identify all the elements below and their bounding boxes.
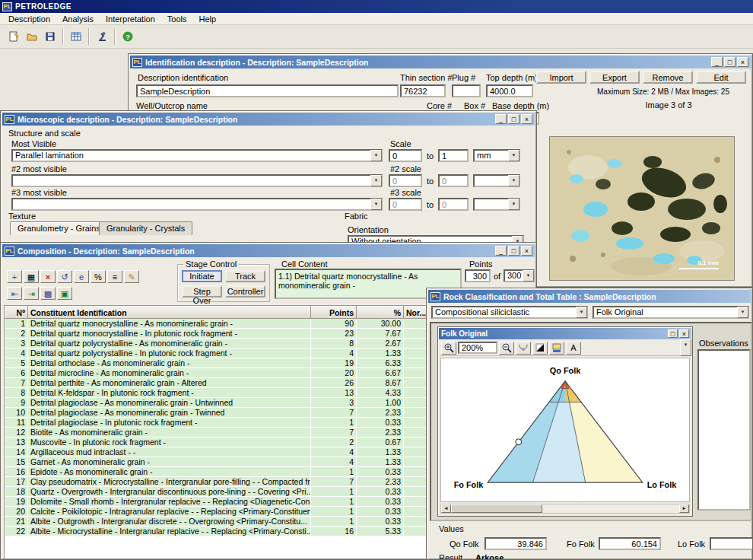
scrollbar-thumb[interactable]	[451, 504, 542, 513]
undo-icon[interactable]: ↺	[57, 270, 72, 283]
label-tool-button[interactable]: A	[566, 342, 581, 355]
folk-original-titlebar[interactable]: Folk Original □ ×	[439, 328, 691, 339]
fill-color-button[interactable]	[549, 342, 564, 355]
scale-to-field[interactable]	[438, 149, 469, 162]
close-button[interactable]: ×	[521, 246, 532, 256]
menu-item-tools[interactable]: Tools	[162, 14, 192, 24]
third-scale-to-field[interactable]	[438, 198, 469, 211]
chevron-down-icon[interactable]: ▼	[508, 175, 519, 186]
zoom-out-button[interactable]	[499, 342, 514, 355]
pencil-icon[interactable]: ✎	[124, 270, 139, 283]
header-number[interactable]: Nº	[5, 307, 28, 319]
zoom-in-button[interactable]	[441, 342, 456, 355]
arrow-left-icon[interactable]: ⇤	[7, 287, 22, 300]
plug-field[interactable]	[452, 84, 481, 97]
scroll-right-icon[interactable]: ►	[679, 504, 689, 513]
identification-titlebar[interactable]: PL Identification description - Descript…	[130, 56, 751, 68]
chevron-down-icon[interactable]: ▼	[680, 339, 691, 356]
points-total-combobox[interactable]: 300 ▼	[504, 269, 535, 282]
third-scale-from-field[interactable]	[389, 198, 422, 211]
rock-classification-titlebar[interactable]: PL Rock Classification and Total Table :…	[428, 290, 751, 303]
export-button[interactable]: Export	[589, 71, 640, 84]
fo-folk-field[interactable]	[599, 537, 661, 550]
second-scale-from-field[interactable]	[389, 174, 422, 187]
third-most-visible-combobox[interactable]: ▼	[11, 198, 383, 211]
tab-granulometry-grains[interactable]: Granulometry - Grains	[10, 221, 108, 235]
import-button[interactable]: Import	[536, 71, 586, 84]
second-scale-to-field[interactable]	[438, 174, 469, 187]
classification-family-combobox[interactable]: Compositional siliciclastic ▼	[431, 306, 588, 319]
classification-scheme-combobox[interactable]: Folk Original ▼	[593, 306, 749, 319]
chevron-down-icon[interactable]: ▼	[508, 150, 519, 161]
chevron-down-icon[interactable]: ▼	[370, 199, 382, 210]
header-percent[interactable]: %	[357, 307, 404, 319]
scroll-left-icon[interactable]: ◄	[441, 504, 451, 513]
curve-tool-button[interactable]	[516, 342, 531, 355]
chevron-down-icon[interactable]: ▼	[576, 307, 587, 318]
minimize-button[interactable]: _	[711, 57, 723, 67]
track-button[interactable]: Track	[225, 270, 265, 282]
table-button[interactable]	[67, 27, 85, 46]
points-field[interactable]	[465, 269, 491, 282]
microscope-button[interactable]	[93, 27, 111, 46]
maximize-button[interactable]: □	[508, 246, 519, 256]
contrast-tool-button[interactable]	[532, 342, 548, 355]
tab-granularity-crystals[interactable]: Granularity - Crystals	[99, 221, 192, 235]
lo-folk-field[interactable]	[710, 537, 753, 550]
e-symbol-icon[interactable]: e	[74, 270, 89, 283]
second-scale-unit-combobox[interactable]: ▼	[473, 174, 520, 187]
thin-section-field[interactable]	[400, 84, 446, 97]
header-constituent[interactable]: Constituent Identification	[28, 307, 311, 319]
qo-folk-field[interactable]	[485, 537, 547, 550]
scale-unit-combobox[interactable]: mm ▼	[473, 149, 520, 162]
chevron-down-icon[interactable]: ▼	[370, 175, 382, 186]
arrow-right-icon[interactable]: ⇥	[24, 287, 39, 300]
new-document-button[interactable]	[5, 27, 23, 46]
grid-icon[interactable]: ▦	[24, 270, 39, 283]
controller-button[interactable]: Controller	[225, 285, 265, 298]
menu-item-analysis[interactable]: Analysis	[57, 14, 99, 24]
minimize-button[interactable]: _	[495, 246, 507, 256]
second-most-visible-combobox[interactable]: ▼	[11, 174, 383, 187]
delete-icon[interactable]: ×	[40, 270, 56, 283]
maximize-button[interactable]: □	[668, 329, 678, 338]
close-button[interactable]: ×	[679, 329, 689, 338]
horizontal-scrollbar[interactable]: ◄ ►	[440, 504, 690, 514]
close-button[interactable]: ×	[737, 57, 748, 67]
observations-box[interactable]	[697, 349, 751, 511]
maximize-button[interactable]: □	[724, 57, 736, 67]
initiate-button[interactable]: Initiate	[182, 270, 222, 282]
percent-icon[interactable]: %	[91, 270, 106, 283]
palette-icon[interactable]: ▣	[57, 287, 72, 300]
open-folder-button[interactable]	[23, 27, 41, 46]
menu-item-description[interactable]: Description	[3, 14, 56, 24]
chevron-down-icon[interactable]: ▼	[508, 199, 519, 210]
menu-item-interpretation[interactable]: Interpretation	[100, 14, 160, 24]
ternary-diagram-canvas[interactable]: Qo Folk Fo Folk Lo Folk	[440, 358, 690, 502]
zoom-level-combobox[interactable]: 200% ▼	[458, 342, 497, 354]
step-over-button[interactable]: Step Over	[182, 285, 222, 298]
chart-grid-icon[interactable]: ▩	[40, 287, 56, 300]
close-button[interactable]: ×	[521, 114, 532, 124]
remove-button[interactable]: Remove	[643, 71, 693, 84]
list-icon[interactable]: ≡	[107, 270, 122, 283]
maximize-button[interactable]: □	[508, 114, 519, 124]
top-depth-field[interactable]	[486, 84, 533, 97]
description-name-field[interactable]	[136, 84, 399, 97]
scale-from-field[interactable]	[389, 149, 422, 162]
third-scale-unit-combobox[interactable]: ▼	[473, 198, 520, 211]
help-button[interactable]: ?	[119, 27, 137, 46]
header-points[interactable]: Points	[311, 307, 357, 319]
save-button[interactable]	[41, 27, 59, 46]
composition-titlebar[interactable]: PL Composition - Description: SampleDesc…	[2, 244, 535, 257]
app-titlebar[interactable]: PL PETROLEDGE	[0, 0, 753, 13]
chevron-down-icon[interactable]: ▼	[737, 307, 748, 318]
microscopic-titlebar[interactable]: PL Microscopic description - Description…	[2, 113, 535, 126]
menu-item-help[interactable]: Help	[194, 14, 222, 24]
edit-button[interactable]: Edit	[696, 71, 746, 84]
minimize-button[interactable]: _	[495, 114, 507, 124]
most-visible-combobox[interactable]: Parallel lamination ▼	[11, 149, 383, 162]
add-point-icon[interactable]: +	[7, 270, 22, 283]
chevron-down-icon[interactable]: ▼	[523, 270, 534, 282]
chevron-down-icon[interactable]: ▼	[370, 150, 382, 161]
